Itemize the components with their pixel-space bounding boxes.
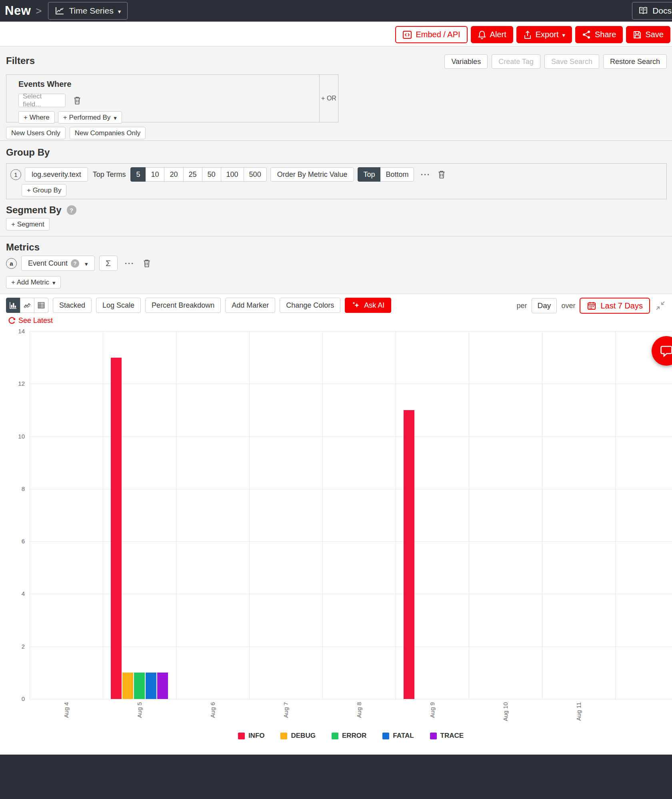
y-axis-tick-label: 0 (0, 695, 25, 702)
y-axis-tick-label: 10 (0, 433, 25, 440)
add-performed-by-label: + Performed By (63, 114, 111, 122)
view-type-dropdown[interactable]: Time Series ▾ (48, 2, 128, 20)
segment-by-title: Segment By (6, 204, 62, 216)
y-axis-tick-label: 12 (0, 380, 25, 387)
legend-swatch (280, 733, 287, 739)
gridline-x (30, 331, 30, 699)
alert-button[interactable]: Alert (471, 26, 513, 43)
legend-item-fatal[interactable]: FATAL (382, 732, 414, 740)
chat-bubble-icon (659, 344, 672, 358)
book-icon (638, 6, 648, 16)
direction-top-button[interactable]: Top (358, 167, 380, 182)
gridline-x (396, 331, 396, 699)
x-axis-tick-label: Aug 6 (208, 702, 217, 736)
term-count-25-button[interactable]: 25 (183, 167, 202, 182)
save-icon (633, 30, 642, 39)
y-axis-tick-label: 8 (0, 485, 25, 492)
gridline-y (30, 541, 672, 542)
x-axis-tick-label: Aug 8 (355, 702, 364, 736)
filters-toolbar-create-tag-button[interactable]: Create Tag (492, 54, 540, 69)
y-axis-tick-label: 2 (0, 643, 25, 650)
gridline-x (103, 331, 103, 699)
filters-toolbar: VariablesCreate TagSave SearchRestore Se… (444, 54, 667, 69)
legend-item-info[interactable]: INFO (238, 732, 265, 740)
time-series-chart[interactable]: 02468101214Aug 4Aug 5Aug 6Aug 7Aug 8Aug … (0, 294, 672, 755)
gridline-y (30, 647, 672, 647)
add-where-button[interactable]: + Where (18, 111, 55, 124)
chevron-down-icon: ▾ (562, 32, 566, 38)
chevron-down-icon: ▾ (52, 280, 56, 286)
term-count-500-button[interactable]: 500 (244, 167, 267, 182)
aggregation-sigma-button[interactable]: Σ (99, 256, 118, 271)
legend-label: DEBUG (291, 732, 315, 740)
top-terms-label: Top Terms (92, 170, 127, 179)
bar-error-aug-5[interactable] (134, 673, 145, 699)
y-axis-tick-label: 14 (0, 328, 25, 334)
delete-metric-button[interactable] (142, 258, 152, 269)
term-count-50-button[interactable]: 50 (202, 167, 221, 182)
share-button[interactable]: Share (575, 26, 623, 43)
legend-item-debug[interactable]: DEBUG (280, 732, 315, 740)
bar-trace-aug-5[interactable] (157, 673, 168, 699)
gridline-x (322, 331, 323, 699)
legend-swatch (332, 733, 338, 739)
legend-label: ERROR (342, 732, 366, 740)
gridline-x (249, 331, 250, 699)
metric-more-options-button[interactable]: ⋯ (122, 258, 137, 269)
docs-button[interactable]: Docs (632, 2, 672, 20)
x-axis-tick-label: Aug 7 (282, 702, 290, 736)
gridline-y (30, 437, 672, 437)
group-by-more-options-button[interactable]: ⋯ (418, 169, 433, 180)
new-users-only-button[interactable]: New Users Only (6, 127, 66, 139)
legend-label: TRACE (440, 732, 464, 740)
metric-selector-button[interactable]: Event Count ? ▾ (21, 256, 95, 271)
group-by-field-button[interactable]: log.severity.text (25, 167, 88, 182)
help-icon[interactable]: ? (67, 205, 76, 215)
add-metric-button[interactable]: + Add Metric ▾ (6, 276, 61, 288)
view-type-label: Time Series (69, 6, 113, 16)
legend-label: FATAL (393, 732, 414, 740)
filters-toolbar-restore-search-button[interactable]: Restore Search (603, 54, 667, 69)
bar-info-aug-9[interactable] (404, 410, 414, 699)
term-count-20-button[interactable]: 20 (164, 167, 183, 182)
breadcrumb: New (5, 4, 31, 18)
direction-bottom-button[interactable]: Bottom (380, 167, 414, 182)
events-where-label: Events Where (18, 80, 319, 89)
export-label: Export (536, 30, 559, 39)
divider (0, 140, 672, 141)
query-builder-section: Filters VariablesCreate TagSave SearchRe… (0, 46, 672, 294)
add-group-by-button[interactable]: + Group By (22, 184, 66, 196)
add-segment-button[interactable]: + Segment (6, 218, 50, 230)
x-axis-tick-label: Aug 10 (501, 702, 510, 736)
gridline-y (30, 699, 672, 699)
filters-toolbar-save-search-button[interactable]: Save Search (544, 54, 599, 69)
delete-group-by-button[interactable] (436, 169, 447, 180)
term-count-100-button[interactable]: 100 (221, 167, 244, 182)
legend-item-error[interactable]: ERROR (332, 732, 366, 740)
delete-filter-button[interactable] (72, 95, 82, 106)
term-count-5-button[interactable]: 5 (130, 167, 146, 182)
embed-api-button[interactable]: Embed / API (395, 26, 467, 43)
add-performed-by-button[interactable]: + Performed By ▾ (58, 111, 122, 124)
footer-bar (0, 755, 672, 799)
order-by-metric-value-button[interactable]: Order By Metric Value (270, 167, 354, 182)
group-by-title: Group By (6, 147, 50, 158)
select-field-input[interactable]: Select field... (18, 94, 66, 107)
filters-toolbar-variables-button[interactable]: Variables (444, 54, 488, 69)
bar-fatal-aug-5[interactable] (146, 673, 156, 699)
alert-label: Alert (490, 30, 506, 39)
y-axis-tick-label: 6 (0, 538, 25, 545)
export-button[interactable]: Export ▾ (516, 26, 572, 43)
new-companies-only-button[interactable]: New Companies Only (70, 127, 146, 139)
y-axis-tick-label: 4 (0, 590, 25, 597)
chevron-down-icon: ▾ (118, 8, 121, 14)
save-button[interactable]: Save (626, 26, 670, 43)
add-or-button[interactable]: + OR (320, 74, 338, 122)
group-by-panel: 1 log.severity.text Top Terms 5102025501… (6, 163, 667, 199)
chevron-down-icon: ▾ (114, 115, 117, 121)
bar-info-aug-5[interactable] (111, 358, 122, 699)
legend-item-trace[interactable]: TRACE (430, 732, 464, 740)
legend-swatch (430, 733, 437, 739)
term-count-10-button[interactable]: 10 (145, 167, 164, 182)
bar-debug-aug-5[interactable] (122, 673, 133, 699)
